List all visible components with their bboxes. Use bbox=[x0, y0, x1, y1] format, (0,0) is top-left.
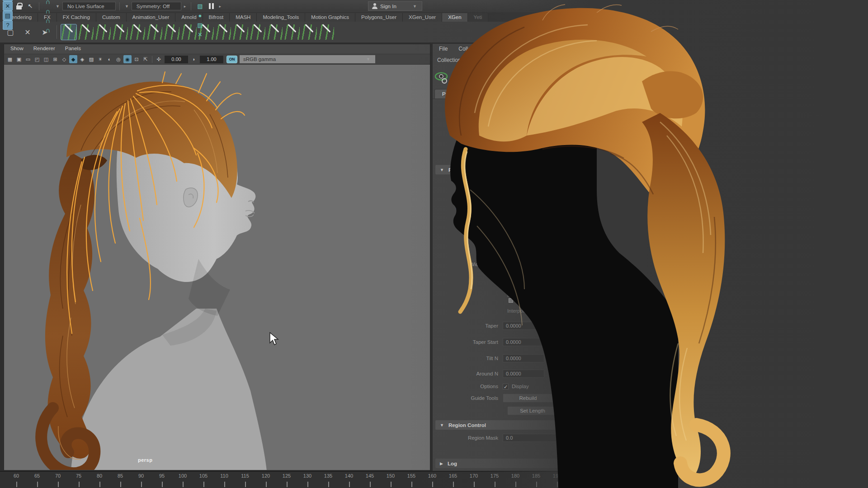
snap-view-plane-icon[interactable]: ∩ bbox=[43, 16, 53, 25]
symmetry-dropdown[interactable]: Symmetry: Off bbox=[132, 2, 181, 10]
preview-caret-icon[interactable]: ▼ bbox=[453, 75, 460, 80]
snap-options-caret-icon[interactable]: ▼ bbox=[54, 4, 61, 9]
exposure-icon[interactable]: ✣ bbox=[155, 55, 163, 63]
camera-select-icon[interactable]: ▣ bbox=[15, 55, 23, 63]
display-checkbox[interactable]: ✓ bbox=[503, 384, 509, 389]
length-field[interactable]: 1.0000 bbox=[503, 229, 544, 237]
panel-menu-item[interactable]: Show bbox=[10, 46, 24, 54]
expand-arrow-icon[interactable]: ▸ bbox=[217, 4, 222, 9]
film-gate-icon[interactable]: ▭ bbox=[24, 55, 32, 63]
xgen-tab[interactable]: Primitives bbox=[434, 89, 472, 99]
plane-icon[interactable]: ⊡ bbox=[132, 55, 141, 63]
uniform-cvs-checkbox[interactable]: ✓ bbox=[507, 216, 513, 222]
width-field[interactable]: 0.1000 bbox=[503, 244, 544, 252]
xgen-length-guides-icon[interactable] bbox=[302, 24, 317, 40]
color-management-toggle[interactable]: ON bbox=[226, 56, 237, 63]
xgen-place-guides-icon[interactable] bbox=[130, 24, 145, 40]
xgen-menu-item[interactable]: File bbox=[439, 46, 448, 54]
xgen-rake-guides-icon[interactable] bbox=[216, 24, 231, 40]
xgen-add-guide-icon[interactable] bbox=[78, 24, 94, 40]
render-sequence-icon[interactable]: ▧ bbox=[195, 1, 205, 11]
xgen-part-guides-icon[interactable] bbox=[267, 24, 283, 40]
live-surface-field[interactable]: No Live Surface bbox=[62, 2, 116, 10]
panel-menu-item[interactable]: Renderer bbox=[33, 46, 55, 54]
xgen-cut-guides-icon[interactable] bbox=[181, 24, 197, 40]
sign-in-button[interactable]: Sign In ▼ bbox=[368, 1, 422, 11]
shadows-icon[interactable]: ◐ bbox=[105, 55, 113, 63]
clapperboard-icon[interactable]: ▤ bbox=[3, 11, 13, 20]
exposure-field[interactable]: 0.00 bbox=[165, 56, 188, 63]
xgen-density-brush-icon[interactable] bbox=[319, 24, 334, 40]
set-length-button[interactable]: Set Length bbox=[507, 406, 558, 415]
shelf-tab[interactable]: Polygons_User bbox=[355, 13, 403, 22]
ramp-marker[interactable] bbox=[509, 298, 513, 303]
interpolation-label[interactable]: Interpolation: linear bbox=[507, 308, 550, 314]
rebuild-button[interactable]: Rebuild bbox=[503, 394, 553, 403]
render-setup-icon[interactable]: ▨ bbox=[195, 20, 205, 30]
snap-point-icon[interactable]: ∩ bbox=[43, 0, 53, 6]
control-using-dropdown[interactable]: Guides bbox=[503, 192, 544, 200]
lighting-icon[interactable]: ☀ bbox=[96, 55, 104, 63]
shelf-tab[interactable]: Bifrost bbox=[203, 13, 230, 22]
xgen-create-description-icon[interactable] bbox=[61, 24, 76, 40]
gate-mask-icon[interactable]: ◫ bbox=[42, 55, 50, 63]
shelf-tab[interactable]: Motion Graphics bbox=[305, 13, 355, 22]
field-chart-icon[interactable]: ⊞ bbox=[51, 55, 59, 63]
gamma-icon[interactable]: ◗ bbox=[190, 55, 198, 63]
textured-icon[interactable]: ◈ bbox=[78, 55, 86, 63]
xgen-menu-item[interactable]: Collection bbox=[458, 46, 482, 54]
taper-start-field[interactable]: 0.0000 bbox=[503, 338, 544, 346]
ramp-handle[interactable] bbox=[509, 294, 513, 297]
modifier-cv-count-field[interactable]: 40 bbox=[503, 203, 544, 211]
xgen-sculpt-guides-icon[interactable] bbox=[95, 24, 111, 40]
delete-curves-icon[interactable]: ✕ bbox=[20, 24, 35, 40]
region-mask-field[interactable]: 0.0 bbox=[503, 434, 580, 442]
smooth-shade-icon[interactable]: ◆ bbox=[69, 55, 77, 63]
xgen-comb-guides-icon[interactable] bbox=[147, 24, 162, 40]
xgen-brush-guides-icon[interactable] bbox=[164, 24, 179, 40]
snap-projected-center-icon[interactable]: ∩ bbox=[43, 6, 53, 16]
xgen-wind-guides-icon[interactable] bbox=[250, 24, 265, 40]
make-live-icon[interactable]: ∩ bbox=[43, 25, 53, 35]
wireframe-icon[interactable]: ◇ bbox=[60, 55, 68, 63]
shelf-tab[interactable]: XGen bbox=[442, 13, 467, 22]
preview-refresh-icon[interactable] bbox=[434, 70, 450, 85]
hypershade-icon[interactable]: ● bbox=[195, 11, 205, 20]
xgen-menu-item[interactable]: Descriptions bbox=[493, 46, 523, 54]
symmetry-caret-icon[interactable]: ▼ bbox=[123, 4, 130, 9]
primitive-type-dropdown[interactable]: Spline bbox=[503, 180, 544, 188]
shelf-tab[interactable]: FX Caching bbox=[57, 13, 96, 22]
shelf-tab[interactable]: Animation_User bbox=[127, 13, 176, 22]
xgen-pin-guides-icon[interactable] bbox=[284, 24, 300, 40]
selection-mask-icon[interactable]: ↖ bbox=[25, 1, 35, 11]
create-link[interactable]: Create bbox=[509, 153, 524, 159]
lock-icon[interactable] bbox=[14, 1, 24, 11]
xgen-noise-guides-icon[interactable] bbox=[233, 24, 248, 40]
grid-icon[interactable]: ▦ bbox=[6, 55, 14, 63]
collection-name-field[interactable]: hair bbox=[466, 56, 552, 64]
checkbox[interactable]: ✓ bbox=[507, 130, 513, 136]
toggle-preview-icon[interactable] bbox=[464, 70, 479, 85]
width-ramp-widget[interactable]: R bbox=[507, 256, 561, 297]
shelf-tab[interactable]: XGen_User bbox=[403, 13, 442, 22]
isolate-select-icon[interactable]: ◎ bbox=[114, 55, 123, 63]
tilt-n-field[interactable]: 0.0000 bbox=[503, 354, 544, 362]
tool-cut-icon[interactable]: ✕ bbox=[3, 1, 13, 11]
pause-icon[interactable] bbox=[206, 1, 216, 11]
paint-effects-icon[interactable]: ✕ bbox=[195, 30, 205, 39]
xgen-tab[interactable]: Preview/Outp bbox=[472, 89, 519, 99]
gamma-field[interactable]: 1.00 bbox=[200, 56, 223, 63]
checkbox[interactable] bbox=[507, 141, 513, 147]
3d-viewport[interactable]: persp bbox=[4, 65, 430, 470]
add-description-icon[interactable] bbox=[493, 70, 507, 85]
xray-icon[interactable]: ◉ bbox=[123, 55, 132, 63]
shelf-tab[interactable]: Custom bbox=[96, 13, 127, 22]
colorspace-dropdown[interactable]: sRGB gamma ▼ bbox=[240, 55, 375, 63]
use-default-material-icon[interactable]: ▨ bbox=[87, 55, 95, 63]
taper-field[interactable]: 0.0000 bbox=[503, 322, 544, 330]
toggle-preview-caret-icon[interactable]: ▼ bbox=[483, 75, 490, 80]
primitive-attributes-header[interactable]: ▼ Primitive Attributes bbox=[435, 165, 585, 174]
shelf-tab[interactable]: Modeling_Tools bbox=[257, 13, 305, 22]
xgen-add-cv-icon[interactable] bbox=[113, 24, 128, 40]
shelf-tab[interactable]: MASH bbox=[230, 13, 257, 22]
